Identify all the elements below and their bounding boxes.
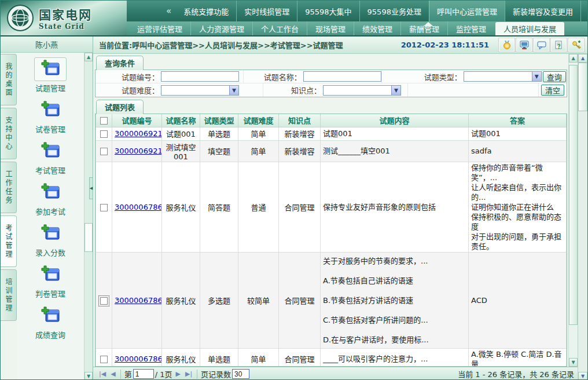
question-id-link[interactable]: 300000678699 <box>115 203 162 211</box>
scroll-up-icon[interactable]: ▲ <box>569 54 578 63</box>
menu-item-paper-management[interactable]: 试卷管理 <box>34 98 67 134</box>
scroll-up-icon[interactable]: ▲ <box>578 54 587 63</box>
chevron-down-icon[interactable]: ▼ <box>532 72 541 81</box>
secondary-tab-operation-eval[interactable]: 运营评估管理 <box>129 21 190 35</box>
primary-tab-system-support[interactable]: 系统支撑功能 <box>176 1 236 21</box>
scroll-down-icon[interactable]: ▼ <box>578 372 587 380</box>
scroll-up-icon[interactable]: ▲ <box>84 53 93 61</box>
primary-tab-contract[interactable]: 供用电合同管理 <box>580 1 588 21</box>
current-user-name: 陈小燕 <box>1 36 93 53</box>
scrollbar-thumb[interactable] <box>578 63 587 111</box>
menu-item-score-query[interactable]: 成绩查询 <box>34 304 67 340</box>
knowledge-point-label: 知识点： <box>263 85 321 96</box>
question-id-link[interactable]: 300000678665 <box>115 355 162 363</box>
secondary-tab-site[interactable]: 现场管理 <box>307 21 354 35</box>
sidebar-tab-training-management[interactable]: 培训管理 <box>1 269 17 321</box>
content-scrollbar[interactable]: ▲ ▼ <box>568 54 578 367</box>
question-id-link[interactable]: 300000678696 <box>115 296 162 305</box>
sidebar-tab-support-center[interactable]: 支持中心 <box>1 108 17 159</box>
sidebar-tab-strip: 我的桌面 支持中心 工作任务 考试管理 培训管理 <box>1 53 17 380</box>
table-row: 300000678699 服务礼仪 简答题 普通 合同管理 保持专业友好声音形象… <box>96 162 567 252</box>
row-checkbox[interactable] <box>100 130 108 138</box>
key-icon[interactable] <box>568 38 584 52</box>
search-button[interactable]: 查询 <box>543 71 566 82</box>
question-table: 试题编号 试题名称 试题类型 试题难度 知识点 试题内容 答案 <box>95 114 567 367</box>
secondary-tab-hr[interactable]: 人力资源管理 <box>190 21 252 35</box>
per-page-input[interactable] <box>232 369 249 379</box>
secondary-tab-workbench[interactable]: 个人工作台 <box>252 21 307 35</box>
secondary-tab-training[interactable]: 人员培训与发展 <box>495 22 564 35</box>
page-total-label: / 1页 <box>154 368 174 379</box>
divider <box>197 370 197 379</box>
last-page-icon[interactable]: ▶| <box>183 370 194 378</box>
row-checkbox[interactable] <box>100 297 108 305</box>
row-checkbox[interactable] <box>100 204 108 211</box>
divider <box>120 370 121 379</box>
scrollbar-thumb[interactable] <box>569 65 578 325</box>
window-scrollbar[interactable]: ▲ ▼ <box>578 54 587 380</box>
primary-tab-95598-business[interactable]: 95598业务处理 <box>359 1 429 21</box>
brand-title-cn: 国家电网 <box>39 5 92 23</box>
page-prefix-label: 第 <box>123 368 133 379</box>
menu-item-label: 试题管理 <box>35 82 65 93</box>
col-header-name: 试题名称 <box>162 114 200 127</box>
question-type-select[interactable]: ▼ <box>464 71 542 82</box>
chevron-down-icon[interactable]: ▼ <box>391 86 400 95</box>
select-all-checkbox[interactable] <box>100 117 108 125</box>
menu-item-exam-management[interactable]: 考试管理 <box>34 140 67 176</box>
menu-item-label: 录入分数 <box>35 247 65 258</box>
scroll-down-icon[interactable]: ▼ <box>84 372 93 380</box>
first-page-icon[interactable]: |◀ <box>97 370 108 378</box>
sidebar-tab-my-desktop[interactable]: 我的桌面 <box>1 54 17 105</box>
chevron-down-icon[interactable]: ▼ <box>229 86 238 95</box>
question-name-label: 试题名称： <box>244 71 302 82</box>
help-doc-icon[interactable]: ? <box>551 38 567 52</box>
row-checkbox[interactable] <box>100 148 108 155</box>
menu-item-grading-management[interactable]: 判卷管理 <box>34 263 67 299</box>
sidebar-tab-exam-management[interactable]: 考试管理 <box>1 215 17 267</box>
table-row: 300000692180 试题001 单选题 简单 新装增容 试题001 试题0… <box>96 127 567 140</box>
question-name-input[interactable] <box>303 71 381 82</box>
question-difficulty-label: 试题难度： <box>95 85 159 96</box>
primary-tab-call-center[interactable]: 呼叫中心运营管理 <box>429 1 505 21</box>
clear-button[interactable]: 清空 <box>541 85 564 96</box>
query-panel-tab[interactable]: 查询条件 <box>96 56 144 70</box>
list-panel-tab[interactable]: 试题列表 <box>96 100 144 114</box>
question-id-input[interactable] <box>161 71 239 82</box>
primary-tab-new-install[interactable]: 新装增容及变更用 <box>505 1 580 21</box>
secondary-tab-monitor[interactable]: 监控管理 <box>447 21 494 35</box>
question-type-label: 试题类型： <box>382 71 462 82</box>
question-id-link[interactable]: 300000692180 <box>115 129 162 138</box>
sidebar-scrollbar[interactable]: ▲ ▼ <box>84 53 93 380</box>
row-checkbox[interactable] <box>100 356 108 363</box>
folder-plus-icon <box>34 304 67 328</box>
question-difficulty-select[interactable]: ▼ <box>161 85 239 96</box>
knowledge-point-select[interactable]: ▼ <box>323 85 401 96</box>
folder-plus-icon <box>34 57 67 81</box>
menu-item-take-exam[interactable]: 参加考试 <box>34 181 67 217</box>
menu-item-enter-scores[interactable]: 录入分数 <box>34 222 67 258</box>
breadcrumb-bar: 当前位置:呼叫中心运营管理>>人员培训与发展>>考试管理>>试题管理 2012-… <box>93 36 587 54</box>
sidebar-collapse-handle[interactable]: ◀ <box>89 177 93 199</box>
menu-item-label: 考试管理 <box>35 165 65 176</box>
question-id-label: 试题编号： <box>95 71 159 82</box>
nav-collapse-icon[interactable]: « <box>161 1 176 21</box>
folder-plus-icon <box>34 140 67 163</box>
prev-page-icon[interactable]: ◀ <box>108 370 117 378</box>
sidebar-tab-work-tasks[interactable]: 工作任务 <box>1 162 17 213</box>
scrollbar-thumb[interactable] <box>84 223 93 252</box>
menu-item-label: 参加考试 <box>35 206 65 217</box>
medal-icon[interactable] <box>499 38 514 52</box>
monitor-icon[interactable] <box>516 38 532 52</box>
page-number-input[interactable] <box>133 369 154 379</box>
breadcrumb: 当前位置:呼叫中心运营管理>>人员培训与发展>>考试管理>>试题管理 <box>99 39 343 50</box>
secondary-tab-performance[interactable]: 绩效管理 <box>354 21 400 35</box>
primary-tab-line-loss[interactable]: 实时线损管理 <box>236 1 297 21</box>
scroll-down-icon[interactable]: ▼ <box>569 358 578 367</box>
chat-icon[interactable] <box>534 38 549 52</box>
primary-tab-95598-central[interactable]: 95598大集中 <box>297 1 359 21</box>
pagination-bar: |◀ ◀ 第 / 1页 ▶ ▶| 页记录数 当前 1 - 26 条记录，共 26… <box>93 367 578 380</box>
next-page-icon[interactable]: ▶ <box>173 370 182 378</box>
menu-item-question-management[interactable]: 试题管理 <box>34 57 67 93</box>
question-id-link[interactable]: 300000692174 <box>115 147 162 155</box>
